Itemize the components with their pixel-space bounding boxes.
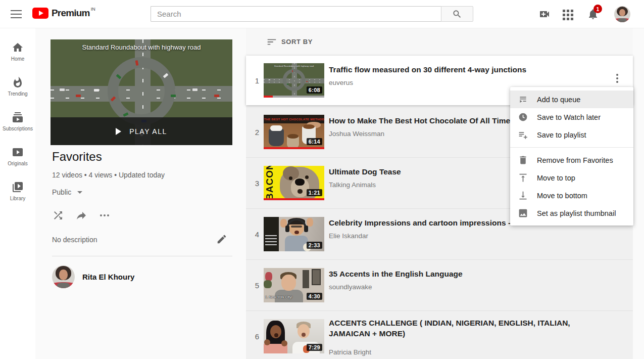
trending-icon xyxy=(12,76,24,88)
thumbnail-caption: Standard Roundabout with highway road xyxy=(51,43,232,51)
search-input[interactable] xyxy=(151,6,441,22)
save-to-playlist-icon xyxy=(518,129,528,140)
row-index: 3 xyxy=(250,158,264,208)
search-icon xyxy=(452,9,462,19)
brand-region: IN xyxy=(91,7,95,12)
menu-item-move-to-top[interactable]: Move to top xyxy=(510,169,633,187)
menu-item-add-to-queue[interactable]: Add to queue xyxy=(510,91,633,108)
video-channel[interactable]: Patricia Bright xyxy=(329,348,371,356)
row-index: 6 xyxy=(250,311,264,359)
video-title[interactable]: Traffic flow measured on 30 different 4-… xyxy=(329,65,613,74)
owner-name[interactable]: Rita El Khoury xyxy=(82,273,134,281)
row-index: 4 xyxy=(250,209,264,259)
duration-badge: 6:14 xyxy=(307,138,322,145)
duration-badge: 7:29 xyxy=(307,344,322,351)
more-actions-icon[interactable] xyxy=(98,209,111,221)
thumb-banner-text: THE BEST HOT CHOCOLATE METHOD xyxy=(264,117,324,121)
library-icon xyxy=(12,181,24,193)
video-thumbnail-accents-challenge[interactable]: 7:29 xyxy=(264,319,324,353)
watch-progress-bar xyxy=(264,96,324,98)
watch-later-icon xyxy=(518,112,528,122)
video-row-6[interactable]: 6 7:29 ACCENTS CHALLENGE ( INDIAN, NIGER… xyxy=(246,311,633,359)
duration-badge: 6:08 xyxy=(307,86,322,94)
sidebar-item-originals[interactable]: Originals xyxy=(0,146,35,166)
top-bar: Premium IN 1 xyxy=(0,0,644,28)
menu-item-move-to-bottom[interactable]: Move to bottom xyxy=(510,187,633,204)
owner-avatar[interactable] xyxy=(52,265,75,288)
set-thumbnail-icon xyxy=(518,208,528,218)
row-index: 1 xyxy=(250,56,264,105)
mini-guide: Home Trending Subscriptions Originals Li… xyxy=(0,28,35,359)
youtube-play-icon xyxy=(32,8,48,19)
menu-divider xyxy=(510,147,633,148)
playlist-title: Favorites xyxy=(52,150,232,164)
share-icon[interactable] xyxy=(75,209,87,221)
account-avatar[interactable] xyxy=(614,6,630,22)
video-channel[interactable]: Talking Animals xyxy=(329,181,376,189)
menu-item-set-playlist-thumbnail[interactable]: Set as playlist thumbnail xyxy=(510,204,633,222)
playlist-info: Favorites 12 videos • 4 views • Updated … xyxy=(52,150,232,288)
sidebar-item-subscriptions[interactable]: Subscriptions xyxy=(0,111,35,131)
home-icon xyxy=(12,41,24,54)
thumb-side-text: BACON xyxy=(264,166,275,200)
video-title[interactable]: 35 Accents in the English Language xyxy=(329,270,613,279)
video-thumbnail-roundabout[interactable]: Standard Roundabout with highway road 6:… xyxy=(264,63,324,98)
edit-description-icon[interactable] xyxy=(216,234,227,245)
roundabout-ring xyxy=(108,57,175,125)
divider xyxy=(52,256,232,256)
shuffle-icon[interactable] xyxy=(52,209,64,221)
menu-item-save-watch-later[interactable]: Save to Watch later xyxy=(510,108,633,126)
playlist-owner: Rita El Khoury xyxy=(52,265,232,288)
add-to-queue-icon xyxy=(518,94,528,105)
video-channel[interactable]: Joshua Weissman xyxy=(329,130,384,138)
video-row-5[interactable]: 5 1. New York City/ 4:30 35 Accents in t… xyxy=(246,260,633,311)
duration-badge: 1:21 xyxy=(307,189,322,196)
play-all-button[interactable]: PLAY ALL xyxy=(51,117,232,145)
sort-by-label[interactable]: SORT BY xyxy=(281,38,313,46)
sidebar-item-home[interactable]: Home xyxy=(0,41,35,62)
video-menu-icon[interactable] xyxy=(613,72,622,85)
sidebar-item-trending[interactable]: Trending xyxy=(0,76,35,97)
playlist-thumbnail[interactable]: Standard Roundabout with highway road PL… xyxy=(51,39,232,145)
video-title[interactable]: ACCENTS CHALLENGE ( INDIAN, NIGERIAN, EN… xyxy=(329,318,613,339)
row-index: 5 xyxy=(250,260,264,310)
youtube-apps-icon[interactable] xyxy=(563,9,575,21)
move-to-bottom-icon xyxy=(518,190,528,201)
watch-progress-bar xyxy=(264,198,324,200)
sort-header: SORT BY xyxy=(246,28,633,56)
menu-item-remove-from-favorites[interactable]: Remove from Favorites xyxy=(510,151,633,169)
video-thumbnail-accents[interactable]: 1. New York City/ 4:30 xyxy=(264,268,324,302)
search-button[interactable] xyxy=(441,6,473,22)
playlist-description: No description xyxy=(52,234,232,246)
originals-icon xyxy=(12,146,24,158)
video-thumbnail-dog[interactable]: BACON 1:21 xyxy=(264,166,324,200)
sort-icon[interactable] xyxy=(266,36,277,48)
video-channel[interactable]: soundlyawake xyxy=(329,283,372,291)
sidebar-item-library[interactable]: Library xyxy=(0,181,35,201)
video-context-menu: Add to queue Save to Watch later Save to… xyxy=(510,87,633,226)
subscriptions-icon xyxy=(12,111,24,123)
notification-count-badge[interactable]: 1 xyxy=(593,5,602,13)
video-channel[interactable]: euverus xyxy=(329,79,353,86)
search-bar xyxy=(151,6,473,22)
privacy-dropdown[interactable]: Public xyxy=(52,188,92,196)
play-icon xyxy=(116,128,121,135)
create-video-icon[interactable] xyxy=(538,8,551,20)
duration-badge: 2:33 xyxy=(307,242,322,249)
move-to-top-icon xyxy=(518,172,528,183)
duration-badge: 4:30 xyxy=(307,293,322,300)
playlist-stats: 12 videos • 4 views • Updated today xyxy=(52,171,232,179)
playlist-actions xyxy=(52,209,232,221)
trash-icon xyxy=(518,155,528,165)
guide-menu-icon[interactable] xyxy=(11,10,22,18)
brand-wordmark: Premium xyxy=(52,8,90,19)
video-channel[interactable]: Elie Iskandar xyxy=(329,232,368,240)
chevron-down-icon xyxy=(77,191,82,194)
youtube-premium-logo[interactable]: Premium IN xyxy=(32,8,95,19)
row-index: 2 xyxy=(250,107,264,157)
video-thumbnail-impressions[interactable]: 2:33 xyxy=(264,217,324,251)
thumb-caption-text: 1. New York City/ xyxy=(265,295,292,299)
video-thumbnail-hot-chocolate[interactable]: THE BEST HOT CHOCOLATE METHOD 6:14 xyxy=(264,115,324,149)
watch-progress-bar xyxy=(264,147,324,149)
menu-item-save-to-playlist[interactable]: Save to playlist xyxy=(510,126,633,144)
